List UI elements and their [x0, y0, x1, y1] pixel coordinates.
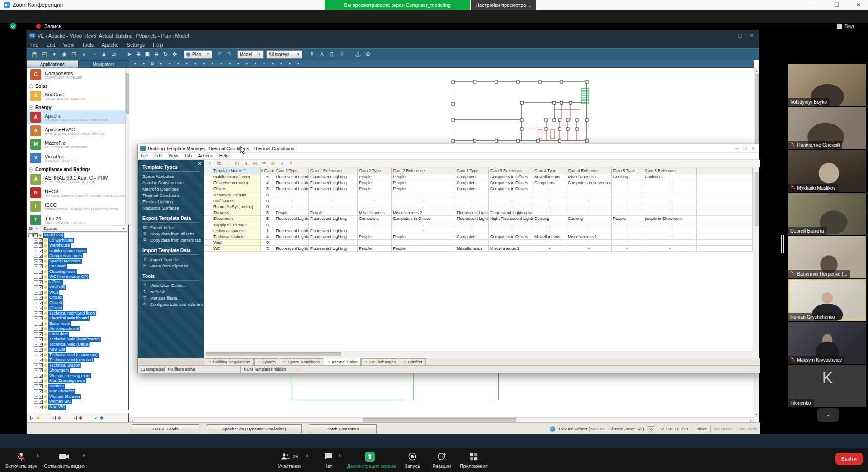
column-header-gain-5-reference[interactable]: Gain 5 Reference — [643, 167, 697, 174]
tab-space-conditions[interactable]: ✕Space Conditions — [280, 358, 323, 365]
app-item-macroflo[interactable]: MMacroFloMULTI-ZONE AIR MOVEMENT — [27, 138, 128, 151]
expander-icon[interactable]: + — [34, 264, 38, 268]
ve-menu-view[interactable]: View — [63, 41, 74, 48]
table-row[interactable]: Supply Air Plenum0---------- — [204, 222, 753, 228]
ve-menu-edit[interactable]: Edit — [47, 41, 55, 48]
footer-участники-button[interactable]: 25Участники — [270, 451, 308, 469]
tree-item-showroom[interactable]: +✓Showroom — [27, 368, 128, 373]
checkbox[interactable]: ✓ — [39, 332, 43, 336]
ve-maximize-button[interactable]: ▢ — [735, 32, 745, 39]
tree-item-compressor-room[interactable]: +✓Compressor room — [27, 253, 128, 259]
table-vscrollbar[interactable] — [754, 167, 760, 351]
storeys-combo[interactable]: All storeys▼ — [266, 50, 302, 59]
tree-item-special-tool-room[interactable]: +✓Special tool room — [27, 259, 128, 264]
footer-приложения-button[interactable]: Приложения — [458, 451, 490, 469]
checkbox[interactable]: ✓ — [39, 264, 43, 268]
tree-item-office4[interactable]: +✓Office4 — [27, 305, 128, 311]
column-header-gain-2-reference[interactable]: Gain 2 Reference — [392, 167, 455, 174]
table-row[interactable]: Showers3PeoplePeopleMiscellaneousMiscell… — [204, 210, 753, 216]
rect-icon[interactable]: ▪ — [226, 61, 233, 67]
expander-icon[interactable]: + — [34, 395, 38, 399]
row-checkbox[interactable] — [208, 204, 208, 210]
tree-item-technical-void-new-car[interactable]: +✓Technical void (new car) — [27, 358, 128, 363]
button-cibse-loads[interactable]: CIBSE Loads — [132, 424, 199, 433]
tab-applications[interactable]: Applications — [27, 60, 78, 68]
column-header-gain-2-type[interactable]: Gain 2 Type — [358, 167, 392, 174]
expander-icon[interactable]: + — [34, 348, 38, 352]
expander-icon[interactable]: + — [34, 291, 38, 295]
collapse-icon[interactable]: − — [29, 84, 33, 88]
app-item-ashrae-90-1-app-g-prm[interactable]: AASHRAE 90.1 App. G - PRMPERFORMANCE RAT… — [27, 172, 128, 186]
row-checkbox[interactable] — [208, 246, 208, 251]
table-row[interactable]: WC3Fluorescent LightingFluorescent Light… — [204, 246, 753, 252]
scrollbar-thumb[interactable] — [755, 74, 759, 155]
checkbox[interactable]: ✓ — [39, 291, 43, 295]
grid-icon[interactable]: ▪ — [158, 61, 164, 67]
tree-item-technical-void-office[interactable]: +✓Technical Void (Office) — [27, 342, 128, 348]
security-shield-icon[interactable] — [9, 22, 17, 30]
dialog-minimize-button[interactable]: — — [733, 145, 741, 152]
model-combo[interactable]: Model▼ — [237, 50, 264, 59]
assign-icon[interactable]: ◫ — [234, 160, 240, 167]
ve-menu-tools[interactable]: Tools — [82, 41, 94, 48]
column-header-gain-1-reference[interactable]: Gain 1 Reference — [309, 167, 358, 174]
sidebar-item-macroflo-openings[interactable]: Macroflo Openings — [142, 186, 199, 192]
tree-item-electrical-switchboard[interactable]: +✓Electrical switchboard — [27, 316, 128, 321]
checkbox[interactable]: ✓ — [39, 270, 43, 274]
row-checkbox[interactable] — [208, 174, 208, 180]
shadow-icon[interactable]: ▪ — [184, 61, 190, 67]
row-checkbox[interactable] — [208, 198, 208, 204]
alerts-status[interactable]: No Alerts — [740, 426, 757, 431]
expander-icon[interactable]: + — [34, 311, 38, 315]
checkbox[interactable]: ✓ — [39, 322, 43, 326]
tree-item-woman-dreesing-room[interactable]: +✓Woman dreesing room — [27, 373, 128, 379]
view-mode-combo[interactable]: Plan▼ — [184, 50, 212, 59]
checkbox[interactable]: ✓ — [39, 395, 43, 399]
dialog-menu-tab[interactable]: Tab — [184, 153, 192, 159]
tree-item-man-showers[interactable]: +✓Man Showers — [27, 389, 128, 394]
tree-model-root[interactable]: −✓Model (33) — [27, 233, 128, 238]
expander-icon[interactable]: + — [34, 384, 38, 388]
gallery-view-icon[interactable] — [837, 24, 842, 29]
expander-icon[interactable]: + — [34, 296, 38, 300]
sidebar-item-manage-filters[interactable]: ▽Manage filters... — [142, 295, 199, 301]
tree-item-man-wc[interactable]: +✓Man WC — [27, 405, 128, 410]
anchor-icon[interactable]: ⚓ — [354, 50, 362, 58]
checkbox[interactable]: ✓ — [39, 254, 43, 258]
scrollbar-thumb[interactable] — [363, 418, 516, 422]
apache-run-icon[interactable]: ● — [80, 50, 88, 58]
camera-icon[interactable]: ▪ — [192, 61, 198, 67]
spaces-combo[interactable]: Spaces▼ — [42, 226, 127, 232]
export-grid-icon[interactable]: ⤓ — [279, 160, 285, 167]
applications-scrollbar[interactable] — [125, 68, 129, 225]
participant-tile-сергей-балюта[interactable]: Сергей Балюта — [788, 193, 866, 235]
collapse-icon[interactable]: − — [29, 105, 33, 110]
sidebar-close-icon[interactable]: ✕ — [198, 161, 202, 166]
checkbox[interactable]: ✓ — [39, 348, 43, 352]
axes-icon[interactable]: ▪ — [166, 61, 173, 67]
purge-icon[interactable]: ✂ — [261, 160, 267, 167]
open-cd-icon[interactable]: ◉ — [60, 50, 68, 58]
sidebar-item-paste-from-clipboard[interactable]: ⎘Paste from clipboard... — [142, 262, 199, 269]
checkbox[interactable]: ✓ — [39, 374, 43, 378]
expander-icon[interactable]: + — [34, 327, 38, 331]
row-checkbox-cell[interactable] — [204, 198, 212, 204]
tab-close-icon[interactable]: ✕ — [403, 359, 406, 365]
expander-icon[interactable]: + — [34, 337, 38, 341]
tree-item-front-door[interactable]: +✓Front door — [27, 332, 128, 337]
panel-resize-handle[interactable] — [781, 235, 786, 253]
ve-menu-help[interactable]: Help — [153, 41, 163, 48]
import-project-icon[interactable]: ◳ — [70, 50, 78, 58]
sidebar-item-space-attributes[interactable]: Space Attributes — [142, 173, 199, 179]
sidebar-item-copy-data-from-all-tabs[interactable]: ⧉Copy data from all tabs — [142, 230, 199, 237]
footer-включить-звук-button[interactable]: Включить звук — [4, 451, 39, 469]
checkbox[interactable]: ✓ — [39, 306, 43, 310]
copy-template-icon[interactable]: ⧉ — [216, 160, 222, 167]
sidebar-item-configure-tabs-and-columns[interactable]: ⚙Configure tabs and columns... — [142, 301, 199, 307]
tree-item-new-car[interactable]: +✓New Car — [27, 347, 128, 353]
expander-icon[interactable]: + — [34, 238, 38, 243]
row-checkbox-cell[interactable] — [204, 174, 212, 180]
column-header-gain-3-type[interactable]: Gain 3 Type — [455, 167, 489, 174]
walk-icon[interactable]: ↟ — [308, 50, 316, 58]
table-row[interactable]: roof spaces0---------- — [204, 198, 753, 204]
